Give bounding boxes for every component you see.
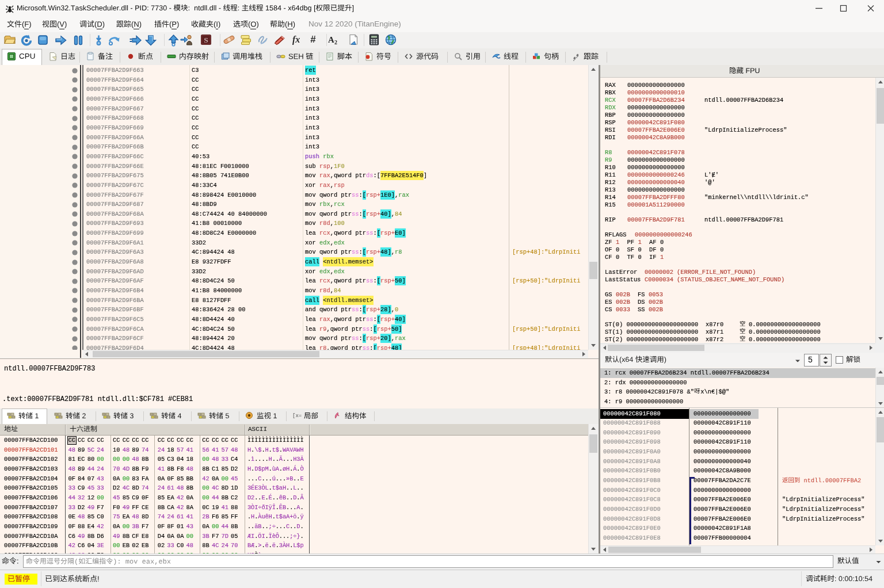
svg-text:[x=]: [x=] [292,413,302,419]
svg-text:2: 2 [334,39,337,45]
svg-text:S: S [204,36,208,44]
svg-text:A: A [328,35,334,44]
svg-text:#: # [310,34,316,45]
svg-text:fx: fx [292,35,300,45]
